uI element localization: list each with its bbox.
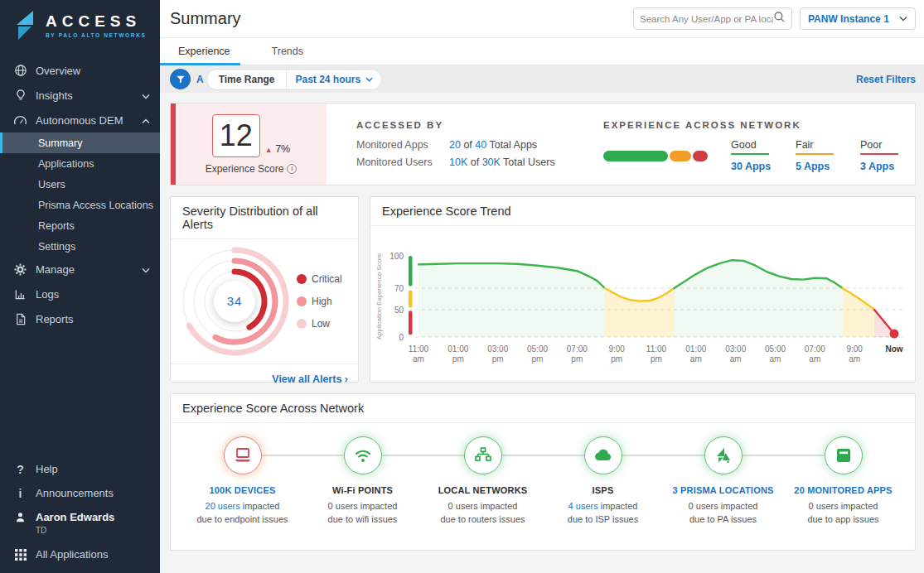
svg-text:pm: pm: [571, 354, 583, 364]
search-input[interactable]: [640, 14, 773, 24]
chevron-up-icon: [142, 114, 150, 127]
main-area: Summary PANW Instance 1 Experience Trend…: [160, 0, 924, 573]
network-experience-bar: [603, 151, 708, 161]
sidebar-item-users[interactable]: Users: [0, 174, 160, 195]
prisma-locations-link[interactable]: 3 PRISMA LOCATIONS: [672, 485, 773, 495]
svg-text:pm: pm: [651, 354, 662, 364]
sidebar-item-overview[interactable]: Overview: [0, 58, 160, 83]
sidebar-bottom: ? Help i Announcements Aaron Edwards TD …: [0, 457, 160, 573]
severity-donut: 34: [172, 239, 297, 364]
sidebar-nav: Overview Insights Autonomous DEM: [0, 58, 160, 331]
legend-good: Good 30 Apps: [731, 139, 774, 172]
critical-dot-icon: [297, 274, 307, 284]
chevron-down-icon: [365, 77, 373, 82]
prisma-access-icon: [714, 446, 733, 465]
gear-icon: [13, 263, 27, 276]
experience-score-banner: 12 ▲ 7% Experience Score i ACCESSED BY: [170, 103, 916, 185]
sidebar-item-label: Autonomous DEM: [36, 114, 123, 127]
svg-text:0: 0: [399, 333, 404, 342]
topbar: Summary PANW Instance 1: [160, 0, 924, 38]
experience-score-label: Experience Score: [206, 163, 284, 175]
person-icon: [13, 511, 27, 523]
svg-text:am: am: [690, 354, 702, 364]
search-icon[interactable]: [773, 11, 786, 26]
network-path-title: Experience Score Across Network: [171, 394, 915, 423]
wifi-icon: [353, 446, 373, 465]
sidebar-item-summary[interactable]: Summary: [0, 132, 160, 153]
tab-experience[interactable]: Experience: [178, 46, 230, 65]
sidebar-item-manage[interactable]: Manage: [0, 257, 160, 282]
brand-logo: ACCESS BY PALO ALTO NETWORKS: [0, 0, 160, 50]
node-local-networks: LOCAL NETWORKS 0 users impacted due to r…: [423, 436, 543, 524]
logo-title: ACCESS: [46, 13, 147, 30]
funnel-icon: [176, 75, 186, 84]
svg-text:05:00: 05:00: [765, 344, 786, 354]
svg-text:am: am: [730, 354, 742, 364]
svg-text:50: 50: [394, 306, 404, 315]
instance-select[interactable]: PANW Instance 1: [800, 7, 916, 30]
good-apps-link[interactable]: 30 Apps: [731, 161, 774, 172]
svg-text:am: am: [809, 354, 820, 364]
info-icon[interactable]: i: [287, 164, 297, 174]
sidebar-item-all-applications[interactable]: All Applications: [0, 542, 160, 566]
sidebar-item-prisma-access-locations[interactable]: Prisma Access Locations: [0, 195, 160, 215]
svg-text:9:00: 9:00: [846, 344, 863, 354]
poor-apps-link[interactable]: 3 Apps: [860, 161, 903, 172]
sidebar: ACCESS BY PALO ALTO NETWORKS Overview In…: [0, 0, 160, 573]
page-title: Summary: [170, 9, 241, 28]
svg-text:pm: pm: [532, 354, 544, 364]
lightbulb-icon: [13, 89, 27, 102]
svg-text:34: 34: [227, 294, 243, 308]
monitored-apps-row: Monitored Apps 20 of 40 Total Apps: [356, 139, 573, 151]
sidebar-item-reports[interactable]: Reports: [0, 306, 160, 331]
sidebar-item-help[interactable]: ? Help: [0, 457, 160, 481]
search-box: [633, 7, 792, 30]
svg-text:pm: pm: [611, 354, 622, 364]
sidebar-item-applications[interactable]: Applications: [0, 153, 160, 174]
node-devices: 100K DEVICES 20 users impacted due to en…: [182, 436, 302, 524]
monitored-apps-link[interactable]: 20 MONITORED APPS: [794, 485, 892, 495]
svg-text:Application Experience Score: Application Experience Score: [375, 253, 383, 339]
filter-button[interactable]: [170, 69, 191, 89]
network-path-nodes: 100K DEVICES 20 users impacted due to en…: [182, 436, 903, 524]
sidebar-item-logs[interactable]: Logs: [0, 282, 160, 306]
bar-segment-good: [603, 151, 668, 161]
tabs: Experience Trends: [160, 38, 924, 65]
svg-text:100: 100: [389, 252, 404, 261]
isps-label: ISPS: [593, 485, 614, 495]
svg-text:07:00: 07:00: [805, 344, 825, 354]
experience-score-trend-chart: 10070500Application Experience Score11:0…: [372, 241, 912, 370]
sidebar-item-label: Overview: [36, 65, 80, 77]
sidebar-item-announcements[interactable]: i Announcements: [0, 481, 160, 505]
svg-text:pm: pm: [492, 354, 504, 364]
local-networks-label: LOCAL NETWORKS: [438, 485, 528, 495]
sidebar-item-reports-sub[interactable]: Reports: [0, 215, 160, 236]
globe-icon: [13, 64, 27, 77]
experience-across-network-title: EXPERIENCE ACROSS NETWORK: [603, 120, 903, 130]
svg-text:am: am: [849, 354, 860, 364]
sidebar-item-insights[interactable]: Insights: [0, 83, 160, 108]
time-range-filter[interactable]: Time Range Past 24 hours: [206, 69, 383, 90]
svg-text:70: 70: [394, 284, 404, 293]
reset-filters-link[interactable]: Reset Filters: [856, 74, 916, 85]
sidebar-item-autonomous-dem[interactable]: Autonomous DEM: [0, 108, 160, 132]
filter-bar: A Time Range Past 24 hours Reset Filters: [160, 65, 924, 93]
trend-card-title: Experience Score Trend: [370, 197, 915, 226]
trend-up-icon: ▲: [265, 146, 273, 154]
user-name: Aaron Edwards: [36, 511, 114, 523]
sidebar-item-label: Announcements: [36, 487, 114, 499]
svg-text:am: am: [770, 354, 781, 364]
time-range-value[interactable]: Past 24 hours: [287, 74, 381, 85]
sidebar-item-settings[interactable]: Settings: [0, 236, 160, 257]
svg-text:01:00: 01:00: [447, 344, 468, 354]
svg-text:am: am: [413, 354, 424, 364]
view-all-alerts-link[interactable]: View all Alerts ›: [272, 373, 348, 385]
monitored-users-row: Monitored Users 10K of 30K Total Users: [356, 156, 573, 168]
fair-apps-link[interactable]: 5 Apps: [796, 161, 839, 172]
svg-text:03:00: 03:00: [487, 344, 508, 354]
obscured-filter-text: A: [196, 74, 204, 85]
instance-select-value: PANW Instance 1: [808, 13, 889, 25]
sidebar-item-label: Insights: [36, 89, 73, 102]
tab-trends[interactable]: Trends: [272, 46, 303, 65]
devices-link[interactable]: 100K DEVICES: [209, 485, 275, 495]
